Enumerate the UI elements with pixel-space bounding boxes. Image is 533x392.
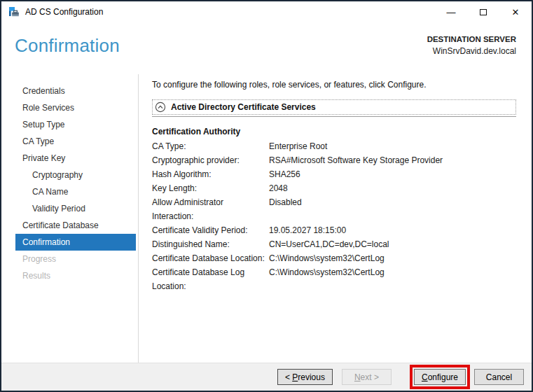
detail-value: 2048 bbox=[269, 181, 516, 195]
detail-value: CN=UserCA1,DC=dev,DC=local bbox=[269, 237, 516, 251]
sidebar-item-setup-type[interactable]: Setup Type bbox=[15, 116, 136, 133]
sidebar-item-cryptography[interactable]: Cryptography bbox=[15, 167, 136, 183]
detail-label: Hash Algorithm: bbox=[152, 167, 269, 181]
maximize-icon bbox=[480, 9, 487, 15]
sidebar-item-progress: Progress bbox=[15, 251, 136, 267]
detail-label: CA Type: bbox=[152, 139, 269, 153]
window-title: AD CS Configuration bbox=[25, 7, 103, 17]
sidebar-item-validity-period[interactable]: Validity Period bbox=[15, 200, 136, 217]
confirmation-content: To configure the following roles, role s… bbox=[139, 70, 532, 363]
destination-server-name: WinSrvDavid.dev.local bbox=[427, 46, 516, 57]
detail-label: Allow Administrator Interaction: bbox=[152, 195, 269, 223]
sidebar-item-results: Results bbox=[15, 267, 136, 284]
maximize-button[interactable] bbox=[467, 1, 499, 22]
adcs-expander[interactable]: Active Directory Certificate Services bbox=[152, 99, 516, 115]
divider bbox=[152, 116, 516, 117]
next-button: Next > bbox=[342, 369, 392, 385]
page-title: Confirmation bbox=[15, 35, 120, 70]
detail-label: Certificate Validity Period: bbox=[152, 223, 269, 237]
detail-label: Cryptographic provider: bbox=[152, 153, 269, 167]
sidebar-item-credentials[interactable]: Credentials bbox=[15, 83, 136, 99]
intro-text: To configure the following roles, role s… bbox=[152, 80, 516, 90]
window-controls: — ✕ bbox=[435, 1, 532, 22]
section-title: Certification Authority bbox=[152, 127, 516, 136]
detail-label: Distinguished Name: bbox=[152, 237, 269, 251]
detail-value: 19.05.2027 18:15:00 bbox=[269, 223, 516, 237]
expander-title: Active Directory Certificate Services bbox=[171, 102, 316, 112]
detail-label: Key Length: bbox=[152, 181, 269, 195]
detail-value: Enterprise Root bbox=[269, 139, 516, 153]
detail-label: Certificate Database Location: bbox=[152, 251, 269, 265]
destination-server-label: DESTINATION SERVER bbox=[427, 34, 516, 46]
sidebar-item-confirmation[interactable]: Confirmation bbox=[15, 234, 136, 251]
configure-annotation-box: Configure bbox=[410, 365, 470, 389]
server-manager-icon bbox=[8, 6, 20, 18]
details-list: CA Type:Enterprise RootCryptographic pro… bbox=[152, 139, 516, 293]
wizard-header: Confirmation DESTINATION SERVER WinSrvDa… bbox=[1, 22, 532, 70]
destination-server-block: DESTINATION SERVER WinSrvDavid.dev.local bbox=[427, 34, 516, 70]
sidebar-item-ca-name[interactable]: CA Name bbox=[15, 183, 136, 200]
configure-button[interactable]: Configure bbox=[414, 369, 466, 385]
minimize-icon: — bbox=[447, 7, 456, 18]
detail-value: SHA256 bbox=[269, 167, 516, 181]
cancel-button[interactable]: Cancel bbox=[474, 369, 524, 385]
detail-value: C:\Windows\system32\CertLog bbox=[269, 265, 516, 279]
detail-value: C:\Windows\system32\CertLog bbox=[269, 251, 516, 265]
detail-value: RSA#Microsoft Software Key Storage Provi… bbox=[269, 153, 516, 167]
sidebar-item-certificate-database[interactable]: Certificate Database bbox=[15, 217, 136, 234]
minimize-button[interactable]: — bbox=[435, 1, 467, 22]
sidebar-item-ca-type[interactable]: CA Type bbox=[15, 133, 136, 150]
wizard-steps: CredentialsRole ServicesSetup TypeCA Typ… bbox=[15, 83, 136, 284]
detail-label: Certificate Database Log Location: bbox=[152, 265, 269, 293]
sidebar-item-private-key[interactable]: Private Key bbox=[15, 150, 136, 167]
wizard-body: CredentialsRole ServicesSetup TypeCA Typ… bbox=[1, 70, 532, 363]
detail-value: Disabled bbox=[269, 195, 516, 209]
close-icon: ✕ bbox=[512, 7, 520, 18]
title-bar: AD CS Configuration — ✕ bbox=[1, 1, 532, 22]
close-button[interactable]: ✕ bbox=[499, 1, 532, 22]
ad-cs-configuration-window: AD CS Configuration — ✕ Confirmation DES… bbox=[0, 0, 533, 392]
wizard-sidebar: CredentialsRole ServicesSetup TypeCA Typ… bbox=[1, 74, 139, 363]
sidebar-item-role-services[interactable]: Role Services bbox=[15, 99, 136, 116]
wizard-footer: < Previous Next > Configure Cancel bbox=[1, 363, 532, 391]
previous-button[interactable]: < Previous bbox=[277, 369, 333, 385]
chevron-up-icon bbox=[155, 102, 166, 113]
